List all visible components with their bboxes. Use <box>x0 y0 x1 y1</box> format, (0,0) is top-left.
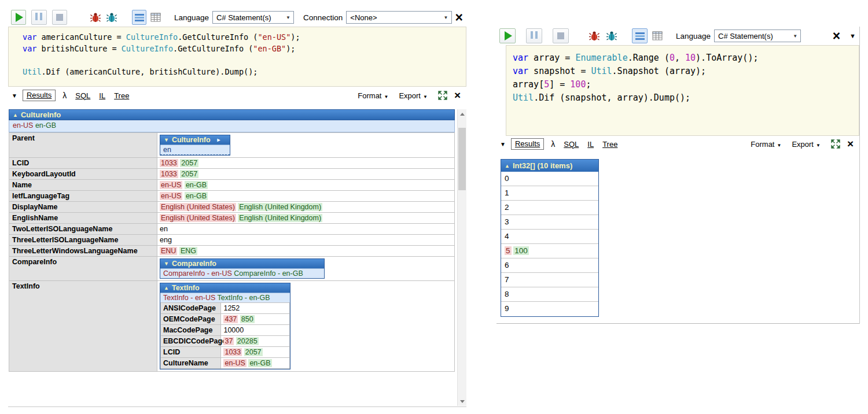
vertical-scrollbar[interactable] <box>457 109 466 406</box>
tab-il[interactable]: IL <box>99 91 105 100</box>
attach-debugger-button[interactable] <box>104 10 119 25</box>
tab-results[interactable]: Results <box>23 90 56 101</box>
code-token: .GetCultureInfo ( <box>173 44 253 53</box>
row-label: KeyboardLayoutId <box>9 169 157 180</box>
connection-dropdown[interactable]: <None> ▼ <box>346 11 451 24</box>
execute-button[interactable] <box>11 10 26 25</box>
close-query-button[interactable]: × <box>452 11 466 24</box>
tab-il[interactable]: IL <box>587 140 594 149</box>
array-item-row: 9 <box>501 302 598 316</box>
code-line[interactable]: var britishCulture = CultureInfo.GetCult… <box>23 43 464 54</box>
stop-button[interactable] <box>553 28 569 43</box>
code-line[interactable]: var array = Enumerable.Range (0, 10).ToA… <box>513 51 856 65</box>
nested-type-header[interactable]: ▼CompareInfo <box>160 259 324 268</box>
diff-new-value: 850 <box>240 315 255 323</box>
code-token: var <box>23 32 36 42</box>
undock-results-button[interactable] <box>438 91 447 100</box>
language-dropdown[interactable]: C# Statement(s) ▼ <box>212 11 294 24</box>
code-line[interactable]: var snapshot = Util.Snapshot (array); <box>513 65 856 78</box>
scrollbar-down-button[interactable] <box>458 397 466 406</box>
dropdown-arrow-icon: ▼ <box>286 15 290 20</box>
row-label: ANSICodePage <box>161 303 221 314</box>
row-label: MacCodePage <box>161 325 221 336</box>
export-label: Export <box>792 140 814 149</box>
grid-row: DisplayNameEnglish (United States) Engli… <box>9 202 455 213</box>
scrollbar-thumb[interactable] <box>458 128 466 190</box>
grid-type-header[interactable]: ▲CultureInfo <box>9 109 455 120</box>
tab-sql[interactable]: SQL <box>564 140 579 149</box>
row-value: ENU ENG <box>157 246 455 257</box>
diff-new-value: English (United Kingdom) <box>238 214 322 222</box>
nested-type-header[interactable]: ▲TextInfo <box>160 283 290 293</box>
diff-old-value: ENU <box>160 247 177 255</box>
diff-old-value: 5 <box>505 246 512 255</box>
stop-button[interactable] <box>52 10 67 25</box>
code-token: ); <box>290 32 300 42</box>
pause-button[interactable] <box>31 10 46 25</box>
grid-type-title: Int32[] (10 items) <box>513 161 572 170</box>
expand-link-icon[interactable]: ► <box>216 137 222 143</box>
code-line[interactable] <box>23 54 464 66</box>
export-menu[interactable]: Export▼ <box>792 140 821 149</box>
collapse-results-button[interactable]: ▼ <box>500 141 506 147</box>
format-menu[interactable]: Format▼ <box>751 140 781 149</box>
datagrid-results-button[interactable] <box>148 10 163 25</box>
dropdown-arrow-icon: ▼ <box>793 34 797 39</box>
grid-type-title: CultureInfo <box>21 110 61 119</box>
code-line[interactable]: var americanCulture = CultureInfo.GetCul… <box>23 31 464 43</box>
tab-lambda[interactable]: λ <box>551 139 555 149</box>
close-results-button[interactable]: × <box>846 139 855 149</box>
nested-dump: ▼CultureInfo►en <box>160 135 230 156</box>
code-token: .GetCultureInfo ( <box>178 32 258 42</box>
code-line[interactable]: Util.Dif (snapshot, array).Dump(); <box>513 91 856 105</box>
sort-arrow-icon: ▲ <box>164 285 169 291</box>
nested-type-title: TextInfo <box>172 284 200 292</box>
debug-button[interactable] <box>88 10 103 25</box>
datagrid-results-button[interactable] <box>649 28 665 43</box>
tab-results[interactable]: Results <box>511 138 544 150</box>
tab-sql[interactable]: SQL <box>75 91 90 100</box>
code-line[interactable]: array[5] = 100; <box>513 78 856 91</box>
grid-type-header[interactable]: ▲Int32[] (10 items) <box>501 160 598 172</box>
diff-old-value: English (United States) <box>160 214 236 222</box>
code-content: var americanCulture = CultureInfo.GetCul… <box>23 31 464 77</box>
tab-tree[interactable]: Tree <box>602 140 617 149</box>
code-token: 10 <box>685 53 696 63</box>
close-results-button[interactable]: × <box>453 90 462 101</box>
sort-arrow-icon: ▼ <box>164 137 169 143</box>
nested-type-header[interactable]: ▼CultureInfo► <box>160 135 230 145</box>
language-dropdown[interactable]: C# Statement(s) ▼ <box>714 29 801 42</box>
panel-options-chevron[interactable]: ▼ <box>849 32 856 39</box>
row-label: TwoLetterISOLanguageName <box>9 224 157 235</box>
richtext-lines-icon <box>134 12 145 23</box>
row-value: en-US en-GB <box>157 180 455 191</box>
code-editor[interactable]: var array = Enumerable.Range (0, 10).ToA… <box>506 45 859 136</box>
array-item-row: 0 <box>501 172 598 186</box>
code-token: britishCulture = <box>36 44 121 53</box>
undock-results-button[interactable] <box>831 139 840 149</box>
format-label: Format <box>358 91 381 100</box>
code-line[interactable]: Util.Dif (americanCulture, britishCultur… <box>23 66 464 77</box>
format-menu[interactable]: Format▼ <box>358 91 388 100</box>
attach-debugger-button[interactable] <box>604 28 619 43</box>
dropdown-arrow-icon: ▼ <box>444 15 448 20</box>
diff-old-value: 1033 <box>223 348 242 356</box>
pause-button[interactable] <box>526 28 542 43</box>
diff-new-value: English (United Kingdom) <box>238 203 322 211</box>
richtext-results-button[interactable] <box>132 10 147 25</box>
richtext-results-button[interactable] <box>632 28 648 43</box>
diff-old-value: 37 <box>223 337 234 345</box>
collapse-results-button[interactable]: ▼ <box>12 93 17 99</box>
tab-lambda[interactable]: λ <box>62 91 67 100</box>
row-label: ThreeLetterWindowsLanguageName <box>9 246 157 257</box>
debug-button[interactable] <box>586 28 602 43</box>
tab-tree[interactable]: Tree <box>114 91 129 100</box>
code-editor[interactable]: var americanCulture = CultureInfo.GetCul… <box>8 27 466 87</box>
diff-new-label: TextInfo - en-GB <box>218 294 270 302</box>
grid-row: KeyboardLayoutId1033 2057 <box>9 169 455 180</box>
close-query-button[interactable]: × <box>829 29 844 42</box>
execute-button[interactable] <box>499 28 516 43</box>
export-menu[interactable]: Export▼ <box>399 91 428 100</box>
scrollbar-up-button[interactable] <box>458 109 466 119</box>
format-label: Format <box>751 140 774 149</box>
